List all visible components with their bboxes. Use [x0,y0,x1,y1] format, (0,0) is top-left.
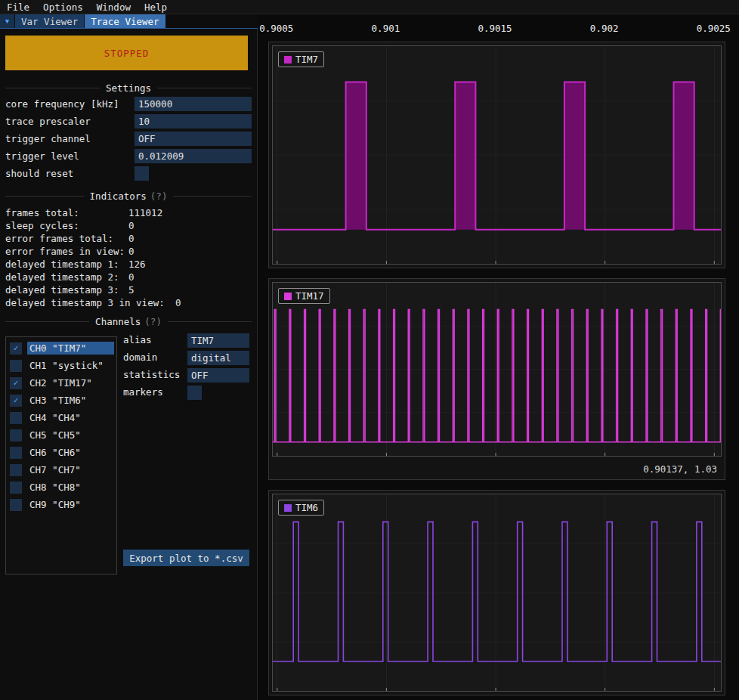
export-csv-button[interactable]: Export plot to *.csv [123,550,249,566]
channel-checkbox[interactable]: ✓ [10,447,22,459]
waveform-path [273,82,721,230]
separator-line [173,196,252,197]
channel-label[interactable]: CH9 "CH9" [27,498,114,511]
channel-row[interactable]: ✓ CH4 "CH4" [6,409,116,426]
channel-row[interactable]: ✓ CH2 "TIM17" [6,374,116,392]
channel-row[interactable]: ✓ CH9 "CH9" [6,496,116,513]
channel-row[interactable]: ✓ CH7 "CH7" [6,461,116,479]
indicator-row: delayed timestamp 1: 126 [5,259,252,270]
channel-label[interactable]: CH2 "TIM17" [27,376,114,389]
plot-area[interactable]: TIM7 [272,45,722,265]
trace-prescaler-label: trace prescaler [5,116,91,127]
separator-line [168,321,252,322]
menu-file[interactable]: File [0,2,36,13]
settings-section-header: Settings [5,82,252,94]
indicator-label: error frames total: [5,233,113,244]
core-frequency-input[interactable] [135,97,252,111]
channel-label[interactable]: CH6 "CH6" [27,446,114,459]
separator-line [5,321,89,322]
plot-panel-tim7[interactable]: TIM7 [268,42,725,268]
channel-label[interactable]: CH5 "CH5" [27,429,114,441]
plot-canvas[interactable] [273,46,721,264]
trigger-channel-combo[interactable]: OFF [135,132,252,146]
channel-checkbox[interactable]: ✓ [10,482,22,494]
channel-row[interactable]: ✓ CH6 "CH6" [6,444,116,461]
menu-bar: File Options Window Help [0,0,739,14]
indicator-row: delayed timestamp 3 in view: 0 [5,297,252,308]
channel-label[interactable]: CH4 "CH4" [27,411,114,424]
channel-label[interactable]: CH8 "CH8" [27,481,114,494]
channel-checkbox[interactable]: ✓ [10,377,22,389]
indicator-row: sleep cycles: 0 [5,220,252,231]
menu-help[interactable]: Help [138,2,174,13]
plot-legend[interactable]: TIM17 [278,288,330,304]
legend-label: TIM6 [295,502,318,513]
acquisition-state-button[interactable]: STOPPED [5,36,248,70]
axis-tick-label: 0.9025 [697,23,731,34]
help-marker[interactable]: (?) [150,190,168,202]
plot-canvas[interactable] [273,494,721,691]
should-reset-checkbox[interactable]: ✓ [135,166,149,181]
indicator-label: sleep cycles: [5,220,79,231]
channels-section-header: Channels (?) [5,315,252,327]
legend-color-swatch [284,504,292,512]
channel-row[interactable]: ✓ CH5 "CH5" [6,426,116,444]
channel-checkbox[interactable]: ✓ [10,360,22,372]
domain-combo[interactable]: digital [187,351,249,365]
check-icon: ✓ [14,343,19,353]
plot-legend[interactable]: TIM7 [278,51,324,67]
axis-tick-label: 0.9015 [478,23,512,34]
plot-area[interactable]: TIM6 [272,494,722,692]
channel-label[interactable]: CH1 "systick" [27,359,114,372]
indicator-label: delayed timestamp 1: [5,259,119,270]
indicator-value: 0 [175,297,181,308]
channel-checkbox[interactable]: ✓ [10,499,22,511]
indicator-value: 0 [128,246,135,257]
channel-label[interactable]: CH0 "TIM7" [27,342,114,355]
indicators-header-label: Indicators [90,190,147,202]
indicators-section-header: Indicators (?) [5,190,252,202]
app-window: File Options Window Help ▼ Var Viewer Tr… [0,0,739,700]
plot-canvas[interactable] [273,283,721,456]
channel-checkbox[interactable]: ✓ [10,342,22,355]
indicator-row: delayed timestamp 3: 5 [5,284,252,296]
channel-label[interactable]: CH7 "CH7" [27,463,114,476]
channel-label[interactable]: CH3 "TIM6" [27,394,114,407]
channel-row[interactable]: ✓ CH1 "systick" [6,357,116,374]
x-axis-labels: 0.90050.9010.90150.9020.9025 [272,23,722,34]
trace-prescaler-row: trace prescaler [5,114,252,129]
channel-row[interactable]: ✓ CH0 "TIM7" [6,339,116,357]
indicator-row: frames total: 111012 [5,207,252,218]
legend-label: TIM7 [295,54,318,65]
axis-tick-label: 0.9005 [259,23,293,34]
cursor-position-readout: 0.90137, 1.03 [643,463,717,475]
menu-options[interactable]: Options [36,2,90,13]
core-frequency-label: core frequency [kHz] [5,98,119,110]
trace-prescaler-input[interactable] [135,114,252,129]
trace-plots-region: 0.90050.9010.90150.9020.9025 TIM7 TIM17 … [258,14,739,700]
plot-panel-tim6[interactable]: TIM6 [268,490,725,695]
channel-row[interactable]: ✓ CH3 "TIM6" [6,392,116,409]
tab-trace-viewer[interactable]: Trace Viewer [85,14,165,28]
indicator-value: 0 [128,220,135,231]
trigger-level-input[interactable] [135,149,252,163]
plot-legend[interactable]: TIM6 [278,500,324,516]
tab-var-viewer[interactable]: Var Viewer [15,14,84,28]
channel-checkbox[interactable]: ✓ [10,429,22,441]
menu-window[interactable]: Window [90,2,138,13]
plot-panel-tim17[interactable]: TIM17 0.90137, 1.03 [268,278,725,480]
channel-checkbox[interactable]: ✓ [10,395,22,407]
help-marker[interactable]: (?) [144,316,162,327]
tab-bar: ▼ Var Viewer Trace Viewer [0,14,258,29]
channel-checkbox[interactable]: ✓ [10,412,22,424]
alias-input[interactable] [187,333,249,348]
plot-area[interactable]: TIM17 [272,282,722,457]
channel-checkbox[interactable]: ✓ [10,464,22,476]
indicator-row: error frames total: 0 [5,233,252,244]
waveform-path [273,522,721,661]
markers-checkbox[interactable]: ✓ [187,386,202,400]
tab-list-chevron-down-icon[interactable]: ▼ [0,14,14,28]
channel-row[interactable]: ✓ CH8 "CH8" [6,479,116,496]
statistics-label: statistics [123,369,180,380]
statistics-combo[interactable]: OFF [187,368,249,383]
